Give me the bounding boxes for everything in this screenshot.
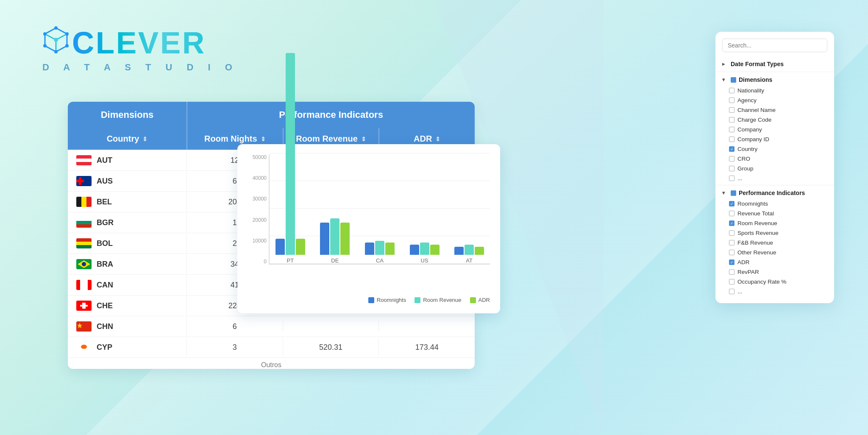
tree-item-label: Roomnights [737,201,768,207]
svg-rect-30 [80,280,88,290]
tree-item-label: ... [737,175,742,181]
td-country-chn: CHN [68,316,186,337]
svg-point-28 [82,262,86,266]
tree-checkbox[interactable] [729,289,734,294]
legend-item: Roomnights [368,297,406,303]
logo-icon [42,25,70,60]
bar-revenue [375,241,384,255]
tree-checkbox[interactable] [729,250,734,255]
tree-item-group[interactable]: Group [715,164,834,173]
svg-point-38 [81,345,87,349]
table-row: CYP3520.31173.44 [68,337,475,358]
tree-group-performance-indicators[interactable]: ▾Performance Indicators [715,187,834,199]
col-country[interactable]: Country ⇕ [68,128,186,150]
tree-checkbox[interactable] [729,269,734,275]
svg-point-8 [65,44,69,47]
tree-arrow: ▸ [722,61,728,67]
tree-checkbox[interactable] [729,107,734,113]
tree-item-room-revenue[interactable]: ✓Room Revenue [715,218,834,228]
svg-point-9 [54,26,58,30]
chart-panel: 50000 40000 30000 20000 10000 0 PTDECAUS… [237,144,500,313]
tree-checkbox[interactable] [729,127,734,132]
bar-revenue [465,245,474,255]
tree-checkbox[interactable]: ✓ [729,201,734,206]
legend-label: Roomnights [377,297,406,303]
svg-point-4 [54,38,58,42]
tree-item-country[interactable]: ✓Country [715,144,834,154]
tree-item-occupancy-rate--[interactable]: Occupancy Rate % [715,277,834,287]
tree-checkbox[interactable] [729,240,734,245]
tree-item-company-id[interactable]: Company ID [715,134,834,144]
tree-item-nationality[interactable]: Nationality [715,86,834,95]
tree-group-dimensions[interactable]: ▾Dimensions [715,74,834,86]
tree-checkbox[interactable] [729,117,734,123]
performance-header: Performance Indicators [186,102,475,128]
svg-rect-16 [79,177,81,185]
search-input[interactable] [722,39,827,52]
bar-adr [430,245,440,255]
tree-checkbox[interactable]: ✓ [729,220,734,226]
tree-checkbox[interactable]: ✓ [729,146,734,152]
svg-point-10 [54,50,58,53]
tree-item-agency[interactable]: Agency [715,95,834,105]
tree-item-adr[interactable]: ✓ADR [715,257,834,267]
tree-checkbox[interactable] [729,230,734,236]
bar-label: CA [376,257,384,264]
tree-item-roomnights[interactable]: ✓Roomnights [715,199,834,209]
legend-label: Room Revenue [423,297,461,303]
svg-rect-25 [76,245,92,248]
tree-item-label: Sports Revenue [737,230,779,236]
svg-point-7 [43,44,47,47]
tree-checkbox[interactable] [729,137,734,142]
tree-group-icon [731,190,736,196]
tree-checkbox[interactable] [729,211,734,216]
y-label-50000: 50000 [248,154,267,160]
tree-item----[interactable]: ... [715,173,834,183]
svg-rect-20 [76,218,92,221]
tree-item-company[interactable]: Company [715,125,834,134]
bar-adr [475,247,484,255]
tree-checkbox[interactable] [729,176,734,181]
tree-item-revenue-total[interactable]: Revenue Total [715,209,834,218]
sort-icon-room-revenue: ⇕ [361,136,366,142]
tree-group-date-format-types[interactable]: ▸Date Format Types [715,58,834,70]
bar-roomnights [410,245,419,255]
legend-color [415,297,420,303]
tree-checkbox[interactable] [729,156,734,162]
tree-checkbox[interactable] [729,88,734,93]
tree-checkbox[interactable] [729,166,734,171]
tree-item-other-revenue[interactable]: Other Revenue [715,248,834,257]
bar-adr [340,223,350,255]
svg-rect-11 [76,155,92,159]
tree-item-channel-name[interactable]: Channel Name [715,105,834,115]
tree-item-revpar[interactable]: RevPAR [715,267,834,277]
bar-group-US: US [408,145,441,264]
table-row: CHN6 [68,316,475,337]
svg-rect-24 [76,242,92,245]
bar-revenue [330,218,339,255]
tree-item----[interactable]: ... [715,287,834,296]
tree-checkbox[interactable] [729,279,734,284]
tree-item-label: Charge Code [737,117,771,123]
svg-point-6 [65,32,69,36]
tree-item-charge-code[interactable]: Charge Code [715,115,834,125]
tree-item-sports-revenue[interactable]: Sports Revenue [715,228,834,238]
sort-icon-adr: ⇕ [435,136,440,142]
logo-subtitle: D A T A S T U D I O [42,62,238,73]
y-label-20000: 20000 [248,217,267,223]
tree-item-label: RevPAR [737,269,759,275]
tree-checkbox[interactable]: ✓ [729,259,734,265]
tree-checkbox[interactable] [729,98,734,103]
tree-item-label: ADR [737,259,750,265]
tree-item-label: Nationality [737,87,764,94]
tree-group-icon [731,77,736,83]
tree-item-cro[interactable]: CRO [715,154,834,164]
svg-rect-22 [76,224,92,228]
tree-item-label: Room Revenue [737,220,777,226]
tree-item-label: Other Revenue [737,249,776,256]
svg-rect-34 [80,305,88,307]
tree-item-f-b-revenue[interactable]: F&B Revenue [715,238,834,248]
tree-group-label: Date Format Types [731,61,784,67]
svg-rect-12 [76,159,92,162]
td-country-bra: BRA [68,254,186,274]
